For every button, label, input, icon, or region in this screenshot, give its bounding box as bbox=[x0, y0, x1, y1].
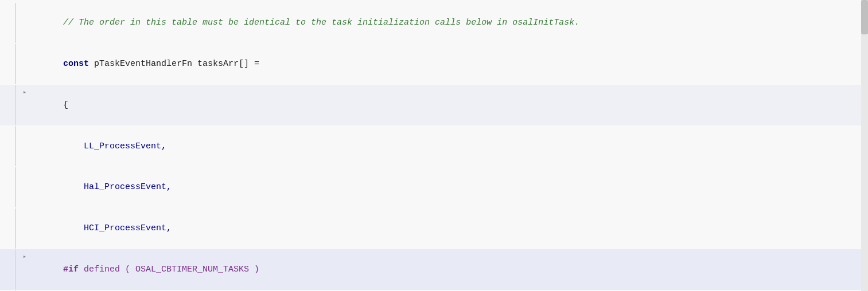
line-number-7 bbox=[0, 250, 16, 290]
plain-2: pTaskEventHandlerFn tasksArr[] = bbox=[89, 59, 259, 69]
code-line-6: HCI_ProcessEvent, bbox=[0, 208, 868, 249]
identifier-4: LL_ProcessEvent, bbox=[63, 141, 166, 151]
line-number-2 bbox=[0, 44, 16, 84]
code-content-4: LL_ProcessEvent, bbox=[31, 126, 868, 166]
code-line-5: Hal_ProcessEvent, bbox=[0, 167, 868, 208]
code-line-2: const pTaskEventHandlerFn tasksArr[] = bbox=[0, 44, 868, 85]
fold-gutter-3[interactable]: ▸ bbox=[21, 88, 29, 97]
code-line-3: ▸ { bbox=[0, 85, 868, 126]
code-content-5: Hal_ProcessEvent, bbox=[31, 167, 868, 207]
fold-gutter-7[interactable]: ▸ bbox=[21, 252, 29, 262]
line-number-3 bbox=[0, 85, 16, 125]
identifier-6: HCI_ProcessEvent, bbox=[63, 223, 172, 233]
code-content-1: // The order in this table must be ident… bbox=[31, 3, 868, 43]
preprocessor-if: #if bbox=[63, 265, 79, 274]
identifier-5: Hal_ProcessEvent, bbox=[63, 182, 172, 192]
line-number-5 bbox=[0, 167, 16, 207]
scrollbar-track[interactable] bbox=[861, 0, 868, 291]
code-content-7: #if defined ( OSAL_CBTIMER_NUM_TASKS ) bbox=[31, 250, 868, 290]
code-line-7: ▸ #if defined ( OSAL_CBTIMER_NUM_TASKS ) bbox=[0, 249, 868, 290]
line-number-6 bbox=[0, 209, 16, 249]
code-line-4: LL_ProcessEvent, bbox=[0, 125, 868, 167]
line-number-4 bbox=[0, 126, 16, 166]
code-content-6: HCI_ProcessEvent, bbox=[31, 209, 868, 249]
code-content-2: const pTaskEventHandlerFn tasksArr[] = bbox=[31, 44, 868, 84]
code-content-3: { bbox=[31, 85, 868, 125]
fold-icon-3[interactable]: ▸ bbox=[23, 88, 27, 97]
fold-icon-7[interactable]: ▸ bbox=[23, 252, 27, 262]
code-container: // The order in this table must be ident… bbox=[0, 0, 868, 291]
scrollbar-thumb[interactable] bbox=[861, 0, 868, 34]
brace-open: { bbox=[63, 100, 68, 110]
code-line-1: // The order in this table must be ident… bbox=[0, 2, 868, 44]
line-number-1 bbox=[0, 3, 16, 43]
preprocessor-defined: defined ( OSAL_CBTIMER_NUM_TASKS ) bbox=[79, 265, 259, 274]
keyword-const: const bbox=[63, 59, 89, 69]
comment-text-1: // The order in this table must be ident… bbox=[63, 18, 579, 27]
